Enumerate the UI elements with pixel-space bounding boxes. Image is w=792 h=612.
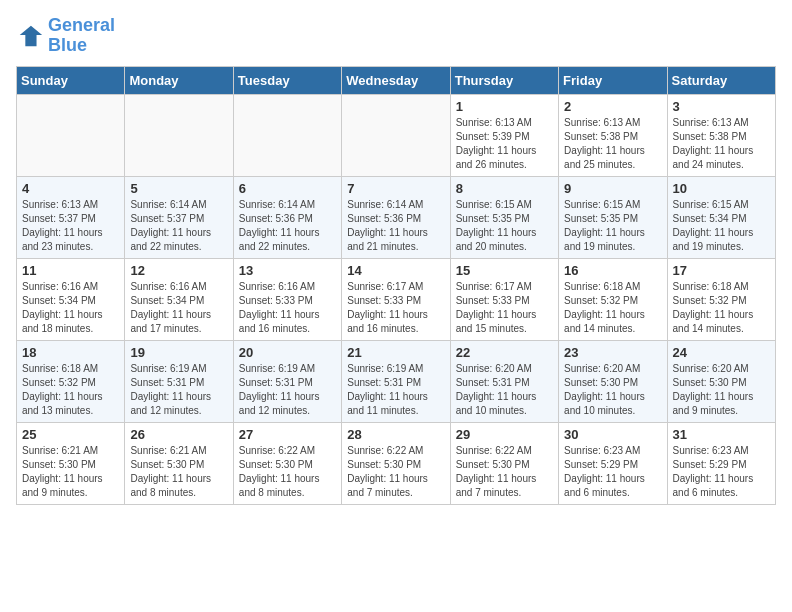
day-info: Sunrise: 6:20 AM Sunset: 5:31 PM Dayligh… xyxy=(456,362,553,418)
calendar-day-cell: 12Sunrise: 6:16 AM Sunset: 5:34 PM Dayli… xyxy=(125,258,233,340)
calendar-day-cell: 16Sunrise: 6:18 AM Sunset: 5:32 PM Dayli… xyxy=(559,258,667,340)
day-info: Sunrise: 6:15 AM Sunset: 5:34 PM Dayligh… xyxy=(673,198,770,254)
calendar-day-cell: 19Sunrise: 6:19 AM Sunset: 5:31 PM Dayli… xyxy=(125,340,233,422)
calendar-day-cell: 26Sunrise: 6:21 AM Sunset: 5:30 PM Dayli… xyxy=(125,422,233,504)
day-number: 1 xyxy=(456,99,553,114)
page-header: General Blue xyxy=(16,16,776,56)
logo-icon xyxy=(16,22,44,50)
day-number: 22 xyxy=(456,345,553,360)
day-info: Sunrise: 6:23 AM Sunset: 5:29 PM Dayligh… xyxy=(564,444,661,500)
logo: General Blue xyxy=(16,16,115,56)
weekday-header: Sunday xyxy=(17,66,125,94)
day-info: Sunrise: 6:14 AM Sunset: 5:36 PM Dayligh… xyxy=(239,198,336,254)
day-number: 20 xyxy=(239,345,336,360)
weekday-header-row: SundayMondayTuesdayWednesdayThursdayFrid… xyxy=(17,66,776,94)
logo-text: General Blue xyxy=(48,16,115,56)
day-number: 9 xyxy=(564,181,661,196)
day-info: Sunrise: 6:17 AM Sunset: 5:33 PM Dayligh… xyxy=(347,280,444,336)
calendar-day-cell: 15Sunrise: 6:17 AM Sunset: 5:33 PM Dayli… xyxy=(450,258,558,340)
day-info: Sunrise: 6:20 AM Sunset: 5:30 PM Dayligh… xyxy=(673,362,770,418)
day-number: 5 xyxy=(130,181,227,196)
day-info: Sunrise: 6:14 AM Sunset: 5:37 PM Dayligh… xyxy=(130,198,227,254)
svg-marker-0 xyxy=(20,26,42,47)
day-info: Sunrise: 6:15 AM Sunset: 5:35 PM Dayligh… xyxy=(456,198,553,254)
calendar-week-row: 25Sunrise: 6:21 AM Sunset: 5:30 PM Dayli… xyxy=(17,422,776,504)
weekday-header: Monday xyxy=(125,66,233,94)
calendar-day-cell: 10Sunrise: 6:15 AM Sunset: 5:34 PM Dayli… xyxy=(667,176,775,258)
calendar-day-cell: 7Sunrise: 6:14 AM Sunset: 5:36 PM Daylig… xyxy=(342,176,450,258)
day-info: Sunrise: 6:19 AM Sunset: 5:31 PM Dayligh… xyxy=(239,362,336,418)
calendar-day-cell: 1Sunrise: 6:13 AM Sunset: 5:39 PM Daylig… xyxy=(450,94,558,176)
calendar-day-cell xyxy=(342,94,450,176)
day-info: Sunrise: 6:13 AM Sunset: 5:37 PM Dayligh… xyxy=(22,198,119,254)
day-number: 31 xyxy=(673,427,770,442)
day-number: 19 xyxy=(130,345,227,360)
calendar-week-row: 1Sunrise: 6:13 AM Sunset: 5:39 PM Daylig… xyxy=(17,94,776,176)
day-number: 28 xyxy=(347,427,444,442)
calendar-day-cell: 30Sunrise: 6:23 AM Sunset: 5:29 PM Dayli… xyxy=(559,422,667,504)
calendar-week-row: 11Sunrise: 6:16 AM Sunset: 5:34 PM Dayli… xyxy=(17,258,776,340)
weekday-header: Saturday xyxy=(667,66,775,94)
day-info: Sunrise: 6:19 AM Sunset: 5:31 PM Dayligh… xyxy=(130,362,227,418)
calendar-day-cell: 2Sunrise: 6:13 AM Sunset: 5:38 PM Daylig… xyxy=(559,94,667,176)
calendar-day-cell: 24Sunrise: 6:20 AM Sunset: 5:30 PM Dayli… xyxy=(667,340,775,422)
day-number: 29 xyxy=(456,427,553,442)
calendar-day-cell: 28Sunrise: 6:22 AM Sunset: 5:30 PM Dayli… xyxy=(342,422,450,504)
calendar-day-cell xyxy=(125,94,233,176)
day-number: 23 xyxy=(564,345,661,360)
calendar-day-cell: 4Sunrise: 6:13 AM Sunset: 5:37 PM Daylig… xyxy=(17,176,125,258)
calendar-day-cell: 8Sunrise: 6:15 AM Sunset: 5:35 PM Daylig… xyxy=(450,176,558,258)
calendar-day-cell: 22Sunrise: 6:20 AM Sunset: 5:31 PM Dayli… xyxy=(450,340,558,422)
weekday-header: Wednesday xyxy=(342,66,450,94)
calendar-week-row: 18Sunrise: 6:18 AM Sunset: 5:32 PM Dayli… xyxy=(17,340,776,422)
calendar-day-cell: 9Sunrise: 6:15 AM Sunset: 5:35 PM Daylig… xyxy=(559,176,667,258)
day-info: Sunrise: 6:20 AM Sunset: 5:30 PM Dayligh… xyxy=(564,362,661,418)
day-number: 13 xyxy=(239,263,336,278)
day-number: 17 xyxy=(673,263,770,278)
calendar-day-cell: 14Sunrise: 6:17 AM Sunset: 5:33 PM Dayli… xyxy=(342,258,450,340)
day-info: Sunrise: 6:18 AM Sunset: 5:32 PM Dayligh… xyxy=(564,280,661,336)
calendar-day-cell: 29Sunrise: 6:22 AM Sunset: 5:30 PM Dayli… xyxy=(450,422,558,504)
calendar-day-cell: 25Sunrise: 6:21 AM Sunset: 5:30 PM Dayli… xyxy=(17,422,125,504)
calendar-week-row: 4Sunrise: 6:13 AM Sunset: 5:37 PM Daylig… xyxy=(17,176,776,258)
day-info: Sunrise: 6:21 AM Sunset: 5:30 PM Dayligh… xyxy=(130,444,227,500)
calendar-day-cell xyxy=(17,94,125,176)
calendar-day-cell: 5Sunrise: 6:14 AM Sunset: 5:37 PM Daylig… xyxy=(125,176,233,258)
weekday-header: Tuesday xyxy=(233,66,341,94)
weekday-header: Thursday xyxy=(450,66,558,94)
day-info: Sunrise: 6:13 AM Sunset: 5:38 PM Dayligh… xyxy=(564,116,661,172)
calendar-day-cell: 27Sunrise: 6:22 AM Sunset: 5:30 PM Dayli… xyxy=(233,422,341,504)
day-number: 8 xyxy=(456,181,553,196)
day-number: 30 xyxy=(564,427,661,442)
calendar-day-cell xyxy=(233,94,341,176)
weekday-header: Friday xyxy=(559,66,667,94)
day-number: 26 xyxy=(130,427,227,442)
day-info: Sunrise: 6:22 AM Sunset: 5:30 PM Dayligh… xyxy=(347,444,444,500)
day-number: 3 xyxy=(673,99,770,114)
calendar-day-cell: 13Sunrise: 6:16 AM Sunset: 5:33 PM Dayli… xyxy=(233,258,341,340)
day-info: Sunrise: 6:16 AM Sunset: 5:34 PM Dayligh… xyxy=(22,280,119,336)
day-number: 25 xyxy=(22,427,119,442)
day-number: 24 xyxy=(673,345,770,360)
day-info: Sunrise: 6:22 AM Sunset: 5:30 PM Dayligh… xyxy=(456,444,553,500)
calendar-day-cell: 3Sunrise: 6:13 AM Sunset: 5:38 PM Daylig… xyxy=(667,94,775,176)
day-info: Sunrise: 6:18 AM Sunset: 5:32 PM Dayligh… xyxy=(22,362,119,418)
day-info: Sunrise: 6:16 AM Sunset: 5:33 PM Dayligh… xyxy=(239,280,336,336)
calendar-day-cell: 20Sunrise: 6:19 AM Sunset: 5:31 PM Dayli… xyxy=(233,340,341,422)
day-number: 2 xyxy=(564,99,661,114)
day-info: Sunrise: 6:22 AM Sunset: 5:30 PM Dayligh… xyxy=(239,444,336,500)
day-number: 27 xyxy=(239,427,336,442)
day-info: Sunrise: 6:15 AM Sunset: 5:35 PM Dayligh… xyxy=(564,198,661,254)
day-info: Sunrise: 6:13 AM Sunset: 5:39 PM Dayligh… xyxy=(456,116,553,172)
day-number: 12 xyxy=(130,263,227,278)
day-info: Sunrise: 6:13 AM Sunset: 5:38 PM Dayligh… xyxy=(673,116,770,172)
calendar-day-cell: 6Sunrise: 6:14 AM Sunset: 5:36 PM Daylig… xyxy=(233,176,341,258)
calendar-day-cell: 17Sunrise: 6:18 AM Sunset: 5:32 PM Dayli… xyxy=(667,258,775,340)
day-info: Sunrise: 6:19 AM Sunset: 5:31 PM Dayligh… xyxy=(347,362,444,418)
day-number: 18 xyxy=(22,345,119,360)
day-info: Sunrise: 6:23 AM Sunset: 5:29 PM Dayligh… xyxy=(673,444,770,500)
day-info: Sunrise: 6:16 AM Sunset: 5:34 PM Dayligh… xyxy=(130,280,227,336)
day-number: 16 xyxy=(564,263,661,278)
day-number: 11 xyxy=(22,263,119,278)
calendar-day-cell: 18Sunrise: 6:18 AM Sunset: 5:32 PM Dayli… xyxy=(17,340,125,422)
